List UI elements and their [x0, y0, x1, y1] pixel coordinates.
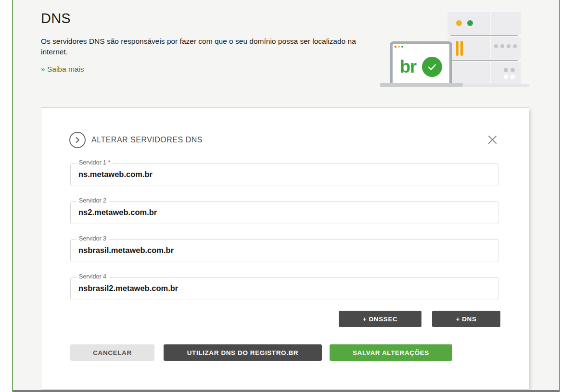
save-button[interactable]: SALVAR ALTERAÇÕES — [330, 344, 452, 361]
server4-field-group: Servidor 4 — [70, 277, 498, 300]
collapse-arrow-button[interactable] — [69, 132, 86, 148]
server1-input[interactable] — [78, 170, 486, 179]
header-section: DNS Os servidores DNS são responsáveis p… — [41, 11, 373, 74]
laptop-base — [380, 83, 463, 87]
server-bar-icon — [456, 41, 459, 56]
server-stack-illustration — [447, 12, 521, 85]
close-button[interactable] — [485, 133, 499, 146]
server-unit-bottom — [447, 62, 521, 84]
panel-header: ALTERAR SERVIDORES DNS — [69, 132, 500, 148]
server3-input[interactable] — [78, 246, 486, 255]
check-circle-icon — [422, 57, 442, 77]
status-dot-green — [467, 20, 473, 26]
server2-label: Servidor 2 — [76, 197, 109, 204]
server2-input[interactable] — [78, 208, 486, 217]
server-unit-top — [447, 12, 521, 35]
server3-label: Servidor 3 — [76, 235, 109, 242]
footer-bar — [13, 390, 559, 392]
close-icon — [487, 134, 498, 145]
server4-input[interactable] — [78, 284, 486, 293]
use-registro-dns-button[interactable]: UTILIZAR DNS DO REGISTRO.BR — [164, 344, 322, 361]
server3-field-group: Servidor 3 — [70, 239, 498, 262]
server2-field-group: Servidor 2 — [70, 201, 498, 224]
laptop-illustration: br — [390, 41, 452, 87]
add-dns-button[interactable]: + DNS — [432, 311, 500, 327]
br-logo: br — [400, 58, 416, 76]
dns-edit-panel: ALTERAR SERVIDORES DNS Servidor 1 * Serv… — [41, 107, 529, 390]
learn-more-link[interactable]: » Saiba mais — [41, 65, 84, 74]
server-bar-icon — [460, 41, 463, 56]
server-fields: Servidor 1 * Servidor 2 Servidor 3 Servi… — [70, 163, 498, 315]
chevron-right-icon — [74, 137, 81, 143]
server4-label: Servidor 4 — [76, 273, 109, 280]
browser-chrome-dots — [395, 46, 403, 49]
server1-field-group: Servidor 1 * — [70, 163, 498, 186]
cancel-button[interactable]: CANCELAR — [70, 344, 154, 361]
add-buttons-row: + DNSSEC + DNS — [70, 311, 500, 327]
ground-shadow — [463, 84, 529, 87]
dns-illustration: br — [380, 7, 530, 90]
server1-label: Servidor 1 * — [76, 159, 113, 166]
page-title: DNS — [41, 11, 373, 26]
server-unit-middle — [447, 37, 521, 60]
add-dnssec-button[interactable]: + DNSSEC — [339, 311, 421, 327]
panel-title: ALTERAR SERVIDORES DNS — [91, 132, 203, 148]
form-actions-row: CANCELAR UTILIZAR DNS DO REGISTRO.BR SAL… — [70, 344, 452, 361]
status-dot-yellow — [456, 20, 462, 26]
page-description: Os servidores DNS são responsáveis por f… — [41, 36, 361, 58]
